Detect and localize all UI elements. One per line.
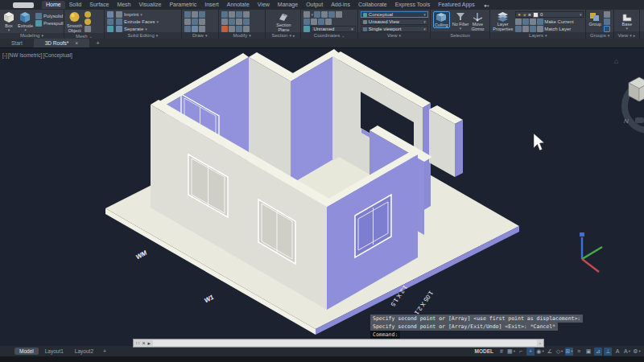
- no-filter-button[interactable]: No Filter▾: [452, 11, 469, 31]
- hatch-icon[interactable]: [184, 26, 191, 32]
- group-edit-icon[interactable]: [604, 19, 610, 25]
- osnap-icon[interactable]: ⊞▾: [565, 348, 573, 356]
- mesh-add-crease-icon[interactable]: [85, 19, 91, 25]
- viewport-menu-control[interactable]: [-]: [2, 52, 7, 58]
- ribbon-tab-parametric[interactable]: Parametric: [165, 1, 200, 9]
- separate-button[interactable]: Separate▾: [116, 26, 159, 32]
- trim-icon[interactable]: [236, 11, 242, 18]
- dynamic-input-icon[interactable]: +: [526, 348, 535, 356]
- annotation-visibility-icon[interactable]: A: [613, 348, 621, 356]
- layer-dropdown[interactable]: ● ☀ ■ 0 ▾: [515, 11, 584, 18]
- dropdown-caret-icon[interactable]: ▾: [561, 349, 563, 353]
- subtract-icon[interactable]: [107, 19, 114, 25]
- new-drawing-tab-icon[interactable]: +: [96, 39, 100, 47]
- make-current-button[interactable]: Make Current: [544, 19, 573, 24]
- layer-thaw-tool-icon[interactable]: [530, 26, 536, 32]
- ucs-axis-icon[interactable]: [580, 232, 602, 272]
- panel-label-draw[interactable]: Draw▾: [182, 32, 218, 39]
- ribbon-tab-add-ins[interactable]: Add-ins: [327, 1, 354, 9]
- panel-label-modify[interactable]: Modify▾: [219, 32, 266, 39]
- viewport-config-dropdown[interactable]: Single viewport▾: [361, 26, 428, 32]
- viewcube-wcs-menu[interactable]: [635, 117, 644, 123]
- panel-label-section[interactable]: Section▾▸: [266, 32, 300, 39]
- ucs-icon[interactable]: [303, 11, 310, 18]
- polysolid-button[interactable]: Polysolid: [35, 13, 64, 19]
- fillet-icon[interactable]: [243, 11, 250, 18]
- ucs-3point-icon[interactable]: [336, 11, 342, 18]
- erase-icon[interactable]: [221, 26, 228, 32]
- ucs-z-axis-icon[interactable]: [328, 11, 335, 18]
- layer-on-tool-icon[interactable]: [515, 26, 522, 32]
- base-button[interactable]: Base▾: [621, 11, 633, 31]
- circle-icon[interactable]: [199, 11, 205, 18]
- section-plane-button[interactable]: SectionPlane: [276, 11, 291, 32]
- layer-isolate-icon[interactable]: [522, 19, 529, 25]
- ribbon-tab-output[interactable]: Output: [302, 1, 327, 9]
- panel-label-selection[interactable]: Selection: [431, 31, 489, 39]
- stretch-icon[interactable]: [236, 26, 242, 32]
- panel-label-coordinates[interactable]: Coordinates⌄: [301, 32, 357, 39]
- mesh-remove-crease-icon[interactable]: [85, 26, 91, 32]
- layer-unisolate-icon[interactable]: [522, 26, 529, 32]
- model-space-indicator[interactable]: MODEL: [475, 348, 493, 354]
- scale-icon[interactable]: [243, 26, 250, 32]
- ucs-settings-icon[interactable]: [303, 26, 310, 32]
- ribbon-tab-annotate[interactable]: Annotate: [223, 1, 254, 9]
- rotate-icon[interactable]: [229, 11, 235, 18]
- dropdown-caret-icon[interactable]: ▾: [514, 349, 515, 353]
- union-icon[interactable]: [107, 11, 114, 18]
- explode-icon[interactable]: [229, 26, 235, 32]
- panel-label-view-right[interactable]: View▾▸: [614, 31, 639, 39]
- layer-freeze-icon[interactable]: [530, 19, 536, 25]
- layer-properties-button[interactable]: LayerProperties: [493, 11, 513, 31]
- close-tab-icon[interactable]: ×: [75, 40, 78, 46]
- ribbon-tab-solid[interactable]: Solid: [65, 1, 86, 9]
- viewcube-home-icon[interactable]: ⌂: [614, 57, 618, 65]
- ribbon-options-icon[interactable]: ●▾: [484, 2, 489, 8]
- mesh-refine-icon[interactable]: [85, 11, 91, 18]
- move-icon[interactable]: [221, 11, 228, 18]
- grid-icon[interactable]: #: [497, 348, 506, 356]
- layout-tab-model[interactable]: Model: [14, 348, 39, 355]
- ungroup-icon[interactable]: [604, 11, 610, 18]
- viewcube[interactable]: N ⌂: [614, 57, 644, 130]
- ribbon-tab-manage[interactable]: Manage: [274, 1, 302, 9]
- point-icon[interactable]: [199, 26, 205, 32]
- ribbon-tab-surface[interactable]: Surface: [85, 1, 113, 9]
- ucs-named-icon[interactable]: [325, 19, 332, 25]
- dynamic-ucs-icon[interactable]: ⊥: [604, 348, 612, 356]
- box-button[interactable]: Box▾: [2, 11, 15, 33]
- panel-label-solid-editing[interactable]: Solid Editing▾: [105, 32, 181, 39]
- layer-off-icon[interactable]: [515, 19, 522, 25]
- polyline-icon[interactable]: [192, 11, 198, 18]
- rectangle-icon[interactable]: [192, 19, 198, 25]
- panel-label-modeling[interactable]: Modeling▾: [0, 33, 64, 39]
- command-input[interactable]: [153, 340, 537, 346]
- extrude-button[interactable]: Extrude▾: [18, 11, 33, 33]
- viewport-style-control[interactable]: [Conceptual]: [43, 52, 72, 58]
- intersect-icon[interactable]: [107, 26, 114, 32]
- file-tab-start[interactable]: Start: [0, 39, 34, 47]
- panel-label-groups[interactable]: Groups▾: [586, 32, 613, 39]
- group-button[interactable]: Group: [588, 11, 601, 27]
- command-grip-icon[interactable]: ∷: [136, 340, 139, 346]
- annotation-scale-icon[interactable]: A▾: [623, 348, 631, 356]
- transparency-icon[interactable]: ▣: [584, 348, 592, 356]
- ellipse-icon[interactable]: [199, 19, 205, 25]
- culling-button[interactable]: Culling: [433, 11, 450, 28]
- file-tab-drawing[interactable]: 3D Roofs*×: [34, 39, 89, 47]
- 3d-osnap-icon[interactable]: ⊿: [594, 348, 602, 356]
- command-line-bar[interactable]: ∷ × ▸ ▫: [133, 339, 544, 348]
- ribbon-tab-visualize[interactable]: Visualize: [135, 1, 166, 9]
- ucs-y-icon[interactable]: [311, 19, 317, 25]
- copy-icon[interactable]: [221, 19, 228, 25]
- viewport-view-control[interactable]: [NW Isometric]: [8, 52, 43, 58]
- layout-tab-layout2[interactable]: Layout2: [70, 348, 98, 355]
- spline-icon[interactable]: [192, 26, 198, 32]
- array-icon[interactable]: [243, 19, 250, 25]
- dropdown-caret-icon[interactable]: ▾: [571, 349, 572, 353]
- command-close-icon[interactable]: ×: [142, 340, 145, 346]
- quick-access-toolbar-fragment[interactable]: [13, 2, 34, 8]
- ucs-x-icon[interactable]: [303, 19, 310, 25]
- ribbon-tab-collaborate[interactable]: Collaborate: [354, 1, 391, 9]
